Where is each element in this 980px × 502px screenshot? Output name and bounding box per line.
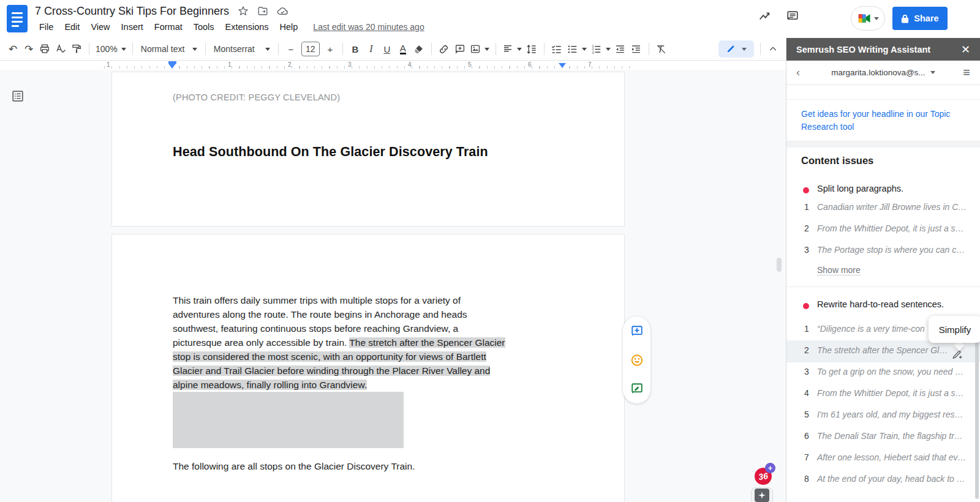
- headline-tip-card: Get ideas for your headline in our Topic…: [786, 99, 980, 141]
- issue-item[interactable]: I'm 61 years old, and my biggest res…: [817, 410, 963, 419]
- star-icon[interactable]: [238, 6, 249, 17]
- line-spacing-icon[interactable]: [524, 40, 540, 58]
- close-icon[interactable]: ✕: [961, 43, 970, 56]
- clear-formatting-icon[interactable]: [654, 40, 669, 58]
- decrease-indent-icon[interactable]: [612, 40, 628, 58]
- last-edit-link[interactable]: Last edit was 20 minutes ago: [313, 22, 424, 32]
- move-to-folder-icon[interactable]: [257, 6, 268, 17]
- menu-file[interactable]: File: [35, 20, 58, 34]
- comment-history-icon[interactable]: [786, 9, 799, 23]
- lock-icon: [901, 14, 909, 23]
- issue-item[interactable]: “Diligence is a very time-consu: [817, 324, 924, 334]
- increase-indent-icon[interactable]: [628, 40, 644, 58]
- document-page-2[interactable]: This train offers daily summer trips wit…: [111, 234, 625, 502]
- panel-scrollbar-thumb[interactable]: [975, 318, 979, 499]
- document-page-1[interactable]: (PHOTO CREDIT: PEGGY CLEVELAND) Head Sou…: [111, 72, 625, 227]
- hide-menus-icon[interactable]: [765, 40, 781, 58]
- menu-format[interactable]: Format: [150, 20, 187, 34]
- paragraph-style-select[interactable]: Normal text: [137, 40, 201, 58]
- issue-item[interactable]: To get a grip on the snow, you need …: [817, 367, 963, 376]
- share-label: Share: [914, 13, 938, 23]
- menu-help[interactable]: Help: [276, 20, 303, 34]
- highlight-color-icon[interactable]: [411, 40, 427, 58]
- italic-icon[interactable]: I: [363, 40, 379, 58]
- topic-research-link[interactable]: Get ideas for your headline in our Topic…: [801, 109, 950, 132]
- issue-item[interactable]: The Denali Star Train, the flagship tr…: [817, 431, 963, 441]
- emoji-reaction-icon[interactable]: [630, 353, 644, 367]
- meet-dropdown-caret: [874, 17, 879, 20]
- content-issues-title: Content issues: [801, 155, 873, 167]
- zoom-caret: [121, 48, 126, 51]
- spellcheck-icon[interactable]: [53, 40, 69, 58]
- selected-text: stop is considered the most scenic, with…: [173, 351, 486, 362]
- editing-mode-button[interactable]: [718, 40, 754, 58]
- meet-join-button[interactable]: [851, 6, 885, 31]
- back-chevron-icon[interactable]: ‹: [796, 66, 809, 79]
- show-document-outline-icon[interactable]: [11, 89, 24, 103]
- issue-item[interactable]: At the end of your day, head back to …: [817, 474, 965, 484]
- issue-rewrite-label: Rewrite hard-to-read sentences.: [817, 299, 944, 309]
- show-more-link[interactable]: Show more: [817, 265, 861, 275]
- underline-icon[interactable]: U: [379, 40, 395, 58]
- panel-menu-icon[interactable]: ≡: [958, 66, 970, 80]
- align-icon[interactable]: [500, 40, 524, 58]
- closing-line: The following are all stops on the Glaci…: [173, 459, 505, 473]
- undo-icon[interactable]: ↶: [5, 40, 21, 58]
- simplify-tooltip[interactable]: Simplify: [929, 316, 980, 343]
- menu-bar: File Edit View Insert Format Tools Exten…: [35, 20, 424, 34]
- zoom-select[interactable]: 100%: [94, 40, 128, 58]
- horizontal-ruler[interactable]: 1 1 2 3 4 5 6 7: [0, 61, 786, 70]
- share-button[interactable]: Share: [892, 7, 948, 30]
- insert-link-icon[interactable]: [436, 40, 452, 58]
- font-select[interactable]: Montserrat: [210, 40, 274, 58]
- add-comment-icon[interactable]: [452, 40, 468, 58]
- print-icon[interactable]: [37, 40, 53, 58]
- increase-font-size-button[interactable]: +: [322, 40, 338, 58]
- issue-item[interactable]: The Portage stop is where you can c…: [817, 245, 965, 255]
- panel-header: Semrush SEO Writing Assistant ✕: [786, 38, 980, 61]
- issue-item[interactable]: From the Whittier Depot, it is just a s…: [817, 223, 964, 233]
- issue-item[interactable]: Canadian writer Jill Browne lives in C…: [817, 202, 967, 212]
- document-scrollbar-thumb[interactable]: [777, 258, 782, 272]
- issue-item[interactable]: After one lesson, Hiebert said that ev…: [817, 452, 967, 462]
- issue-item[interactable]: The stretch after the Spencer Gl…: [817, 345, 948, 355]
- decrease-font-size-button[interactable]: −: [283, 40, 299, 58]
- google-docs-logo-icon[interactable]: [7, 5, 28, 32]
- font-size-input[interactable]: 12: [301, 42, 320, 56]
- menu-view[interactable]: View: [86, 20, 114, 34]
- body-paragraph: This train offers daily summer trips wit…: [173, 293, 505, 473]
- suggest-edits-icon[interactable]: [630, 382, 644, 395]
- image-caret: [484, 48, 489, 51]
- right-indent-marker[interactable]: [559, 63, 566, 68]
- cloud-saved-icon[interactable]: [277, 6, 288, 17]
- google-meet-icon: [858, 12, 872, 24]
- checklist-icon[interactable]: [549, 40, 565, 58]
- editing-mode-caret: [742, 48, 747, 51]
- insert-image-icon[interactable]: [468, 40, 491, 58]
- redo-icon[interactable]: ↷: [21, 40, 37, 58]
- left-indent-marker[interactable]: [168, 61, 176, 69]
- simplify-pencil-icon[interactable]: [952, 349, 963, 361]
- menu-tools[interactable]: Tools: [189, 20, 219, 34]
- issue-item[interactable]: From the Whittier Depot, it is just a s…: [817, 388, 964, 398]
- badge-plus-icon: +: [765, 463, 775, 473]
- menu-extensions[interactable]: Extensions: [221, 20, 273, 34]
- numbered-list-caret: [606, 48, 611, 51]
- bulleted-list-icon[interactable]: [565, 40, 589, 58]
- selected-empty-lines: [173, 392, 404, 448]
- assistant-sparkle-button[interactable]: [751, 487, 773, 502]
- paint-format-icon[interactable]: [69, 40, 85, 58]
- account-select[interactable]: margarita.loktionova@s...: [809, 68, 958, 77]
- top-header: 7 Cross-Country Ski Tips For Beginners F…: [0, 0, 980, 38]
- bold-icon[interactable]: B: [347, 40, 363, 58]
- document-title[interactable]: 7 Cross-Country Ski Tips For Beginners: [35, 5, 229, 18]
- document-stats-icon[interactable]: [758, 9, 771, 23]
- menu-edit[interactable]: Edit: [60, 20, 84, 34]
- add-comment-fab-icon[interactable]: [630, 324, 644, 338]
- text-color-icon[interactable]: A: [395, 40, 411, 58]
- menu-insert[interactable]: Insert: [117, 20, 148, 34]
- photo-credit-text: (PHOTO CREDIT: PEGGY CLEVELAND): [173, 92, 340, 102]
- formatting-toolbar: ↶ ↷ 100% Normal text Montserrat − 12 + B…: [0, 38, 786, 61]
- numbered-list-icon[interactable]: 123: [589, 40, 612, 58]
- issue-dot: [803, 303, 809, 309]
